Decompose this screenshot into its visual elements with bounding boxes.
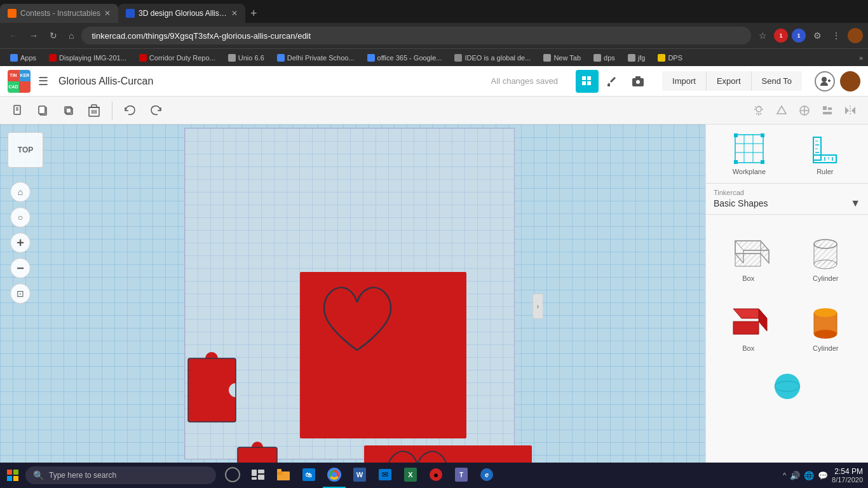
bookmark-star-icon[interactable]: ☆	[755, 28, 770, 43]
shape-tool-2-button[interactable]	[794, 100, 815, 121]
taskbar-search[interactable]: 🔍 Type here to search	[25, 466, 216, 484]
tab-2[interactable]: 3D design Glorious Allis-Curcan ✕	[118, 4, 245, 23]
bookmark-2[interactable]: Corridor Duty Repo...	[134, 53, 220, 63]
logo-cell-empty	[19, 81, 31, 93]
zoom-out-button[interactable]: −	[10, 258, 31, 278]
bookmarks-more[interactable]: »	[859, 54, 863, 62]
zoom-in-button[interactable]: +	[10, 233, 31, 253]
taskbar-icons: 🛍 W ✉ X ● T e	[221, 463, 498, 488]
workplane[interactable]	[184, 128, 515, 459]
shape-picker-dropdown-button[interactable]: ▼	[850, 198, 860, 209]
workplane-tool[interactable]: Workplane	[733, 132, 766, 175]
view-cube[interactable]: TOP	[8, 132, 43, 168]
bookmark-7[interactable]: New Tab	[538, 53, 586, 63]
taskbar-excel[interactable]: X	[399, 463, 422, 488]
svg-rect-20	[92, 105, 97, 107]
new-tab-button[interactable]: +	[245, 7, 262, 20]
tray-caret-icon[interactable]: ^	[783, 471, 786, 479]
bookmark-dps[interactable]: dps	[588, 53, 620, 63]
grid-view-button[interactable]	[576, 70, 599, 93]
svg-rect-7	[635, 76, 641, 79]
bookmark-1-label: Displaying IMG-201...	[59, 54, 126, 62]
align-button[interactable]	[817, 100, 837, 121]
shape-cylinder-orange[interactable]: Cylinder	[789, 290, 864, 357]
tab-2-close[interactable]: ✕	[231, 9, 238, 18]
bookmark-3[interactable]: Unio 6.6	[223, 53, 269, 63]
ext-icon-2[interactable]: 1	[792, 29, 806, 43]
tray-network-icon[interactable]: 🌐	[804, 471, 814, 480]
browser-toolbar-right: ☆ 1 1 ⚙ ⋮	[755, 28, 863, 43]
home-button[interactable]: ⌂	[65, 28, 78, 43]
taskbar-mail[interactable]: ✉	[374, 463, 397, 488]
extensions-icon[interactable]: ⚙	[810, 28, 825, 43]
bookmark-6[interactable]: IDEO is a global de...	[449, 53, 536, 63]
cylinder-orange-icon	[803, 295, 848, 341]
taskbar-app8[interactable]: ●	[424, 463, 447, 488]
ext-icon-1[interactable]: 1	[774, 29, 788, 43]
tray-time[interactable]: 2:54 PM 8/17/2020	[832, 467, 863, 484]
home-nav-button[interactable]: ⌂	[10, 182, 31, 202]
svg-rect-98	[258, 475, 264, 480]
build-view-button[interactable]	[601, 70, 624, 93]
add-user-button[interactable]	[815, 71, 835, 92]
shape-tool-button[interactable]	[771, 100, 792, 121]
action-buttons: Import Export Send To	[662, 71, 802, 91]
delete-button[interactable]	[84, 100, 104, 121]
taskbar-store[interactable]: 🛍	[297, 463, 320, 488]
bookmark-jfg[interactable]: jfg	[623, 53, 651, 63]
reload-button[interactable]: ↻	[46, 28, 61, 43]
bookmark-2-favicon	[139, 54, 147, 62]
light-toggle-button[interactable]	[749, 100, 769, 121]
ruler-tool[interactable]: Ruler	[808, 132, 841, 175]
shape-box-red[interactable]: Box	[711, 290, 786, 357]
orbit-button[interactable]: ○	[10, 207, 31, 227]
taskbar-word[interactable]: W	[348, 463, 371, 488]
svg-marker-70	[761, 241, 769, 263]
taskbar-chrome[interactable]	[323, 463, 346, 488]
duplicate-button[interactable]	[58, 100, 79, 121]
import-button[interactable]: Import	[662, 71, 706, 91]
forward-button[interactable]: →	[25, 28, 42, 43]
taskbar-cortana[interactable]	[221, 463, 244, 488]
new-document-button[interactable]	[8, 100, 28, 121]
taskbar-ie[interactable]: e	[475, 463, 498, 488]
send-to-button[interactable]: Send To	[751, 71, 802, 91]
bookmark-5[interactable]: office 365 - Google...	[362, 53, 447, 63]
tray-volume-icon[interactable]: 🔊	[790, 471, 800, 480]
svg-rect-92	[7, 470, 12, 475]
address-input[interactable]	[81, 27, 751, 44]
taskbar-task-view[interactable]	[247, 463, 269, 488]
shape-box-gray[interactable]: Box	[711, 220, 786, 287]
shapes-load-more	[706, 362, 868, 404]
svg-point-6	[636, 80, 640, 84]
shape-cylinder-gray[interactable]: Cylinder	[789, 220, 864, 287]
tab-1-close[interactable]: ✕	[104, 9, 111, 18]
fit-all-button[interactable]: ⊡	[10, 283, 31, 304]
back-button[interactable]: ←	[5, 28, 22, 43]
redo-button[interactable]	[146, 100, 166, 121]
ruler-label: Ruler	[817, 168, 833, 175]
export-button[interactable]: Export	[706, 71, 751, 91]
svg-point-86	[814, 330, 837, 339]
copy-stamp-button[interactable]	[33, 100, 53, 121]
taskbar-teams[interactable]: T	[450, 463, 473, 488]
taskbar-file-explorer[interactable]	[272, 463, 295, 488]
collapse-panel-button[interactable]: ›	[532, 294, 543, 319]
bookmark-apps[interactable]: Apps	[5, 53, 41, 63]
undo-button[interactable]	[120, 100, 140, 121]
start-button[interactable]	[0, 463, 25, 488]
profile-avatar[interactable]	[848, 28, 863, 43]
bookmark-1[interactable]: Displaying IMG-201...	[44, 53, 132, 63]
menu-hamburger-icon[interactable]: ☰	[38, 74, 48, 88]
user-avatar[interactable]	[840, 71, 860, 92]
bookmark-dps2[interactable]: DPS	[653, 53, 688, 63]
cylinder-gray-icon	[803, 225, 848, 271]
tab-1[interactable]: Contests - Instructables ✕	[0, 4, 118, 23]
tinkercad-logo[interactable]: TIN KER CAD	[8, 70, 31, 93]
mirror-button[interactable]	[840, 100, 860, 121]
camera-view-button[interactable]	[627, 70, 649, 93]
canvas-area[interactable]: TOP ⌂ ○ + − ⊡	[0, 125, 705, 488]
menu-icon[interactable]: ⋮	[829, 28, 844, 43]
bookmark-4[interactable]: Delhi Private Schoo...	[272, 53, 360, 63]
tray-notifications-icon[interactable]: 💬	[818, 471, 828, 480]
